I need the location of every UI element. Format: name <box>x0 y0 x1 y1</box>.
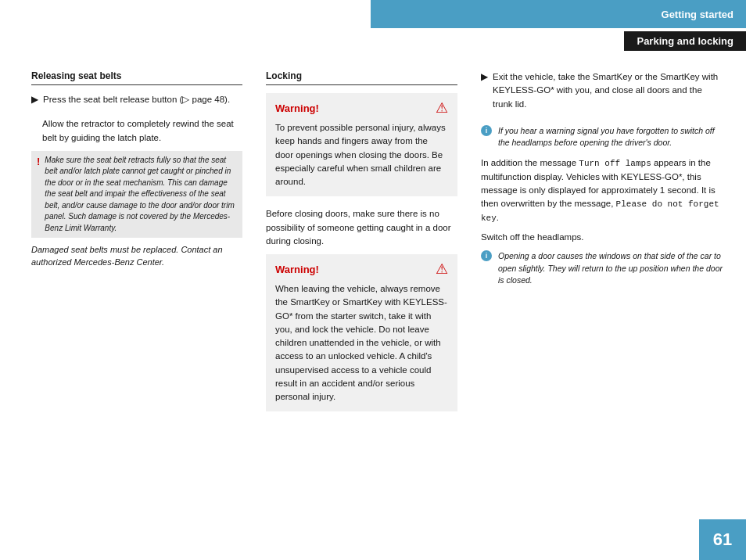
col-right: ▶ Exit the vehicle, take the SmartKey or… <box>481 70 723 505</box>
press-belt-text: Press the seat belt release button (▷ pa… <box>43 93 230 106</box>
para1-prefix: In addition the message <box>481 158 579 167</box>
section-title-locking: Locking <box>266 70 457 85</box>
warning-small-icon: ! <box>37 156 40 167</box>
para1-end: . <box>497 213 499 222</box>
warning-label-1: Warning! <box>275 102 319 114</box>
section-title-releasing: Releasing seat belts <box>31 70 242 85</box>
warning-triangle-1: ⚠ <box>436 101 448 115</box>
warning-header-1: Warning! ⚠ <box>275 101 448 115</box>
header-bar: Getting started Parking and locking <box>371 0 746 28</box>
bullet-exit-vehicle: ▶ Exit the vehicle, take the SmartKey or… <box>481 70 723 117</box>
bullet-item-1: ▶ Press the seat belt release button (▷ … <box>31 93 242 113</box>
exit-vehicle-text: Exit the vehicle, take the SmartKey or t… <box>493 70 723 111</box>
info-text-2: Opening a door causes the windows on tha… <box>498 250 723 286</box>
warning-body-1: To prevent possible personal injury, alw… <box>275 121 448 188</box>
info-block-2: i Opening a door causes the windows on t… <box>481 250 723 286</box>
para1-mono: Turn off lamps <box>579 159 651 168</box>
info-icon-1: i <box>481 125 492 136</box>
warning-block-1: Warning! ⚠ To prevent possible personal … <box>266 93 457 196</box>
warning-small-text: Make sure the seat belt retracts fully s… <box>45 155 237 235</box>
warning-small-box: ! Make sure the seat belt retracts fully… <box>31 151 242 239</box>
col-locking: Locking Warning! ⚠ To prevent possible p… <box>266 70 465 505</box>
warning-triangle-2: ⚠ <box>436 262 448 276</box>
para-before-closing: Before closing doors, make sure there is… <box>266 207 457 248</box>
main-content: Releasing seat belts ▶ Press the seat be… <box>0 63 746 513</box>
page-number: 61 <box>713 529 732 550</box>
warning-header-2: Warning! ⚠ <box>275 262 448 276</box>
switch-off-headlamps: Switch off the headlamps. <box>481 231 723 244</box>
parking-locking-header: Parking and locking <box>371 28 746 54</box>
warning-body-2: When leaving the vehicle, always remove … <box>275 282 448 404</box>
parking-locking-label: Parking and locking <box>624 31 746 51</box>
warning-label-2: Warning! <box>275 264 319 275</box>
getting-started-header: Getting started <box>371 0 746 28</box>
getting-started-label: Getting started <box>662 9 733 20</box>
turn-off-lamps-para: In addition the message Turn off lamps a… <box>481 156 723 224</box>
bullet-arrow-exit: ▶ <box>481 71 488 82</box>
warning-block-2: Warning! ⚠ When leaving the vehicle, alw… <box>266 254 457 411</box>
info-icon-2: i <box>481 250 492 261</box>
col-releasing-seat-belts: Releasing seat belts ▶ Press the seat be… <box>31 70 250 505</box>
bullet-arrow-1: ▶ <box>31 94 38 105</box>
page-number-box: 61 <box>699 519 746 560</box>
info-block-1: i If you hear a warning signal you have … <box>481 125 723 149</box>
indented-retractor-text: Allow the retractor to completely rewind… <box>42 117 242 145</box>
info-text-1: If you hear a warning signal you have fo… <box>498 125 723 149</box>
italic-damaged-text: Damaged seat belts must be replaced. Con… <box>31 244 242 269</box>
